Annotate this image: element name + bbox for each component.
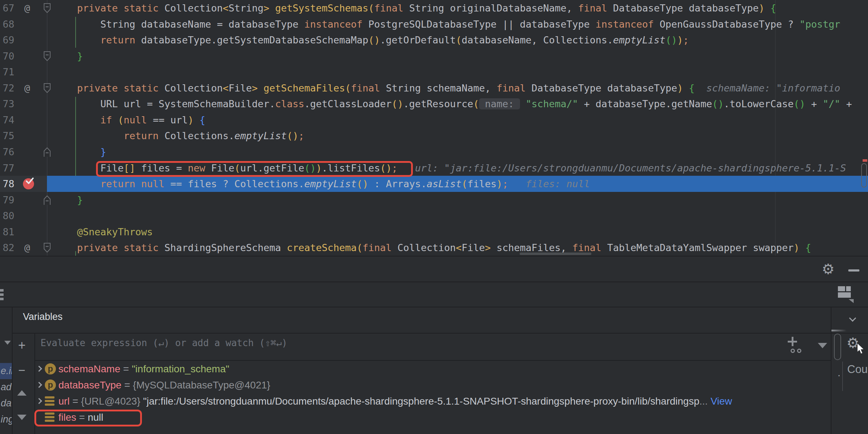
code-line[interactable]: 75 return Collections.emptyList(); [0,128,868,144]
fold-marker-icon[interactable] [42,51,52,63]
frames-pane-edge[interactable]: e.in ad dat ing [0,307,12,434]
line-number: 76 [0,144,14,160]
move-up-button[interactable] [17,390,27,396]
code-editor[interactable]: 67@ private static Collection<String> ge… [0,0,868,256]
scrollbar-track-hint [831,330,846,331]
frame-item[interactable]: e.in [1,363,12,379]
grip-icon[interactable] [0,289,4,292]
panel-border [12,307,13,434]
code-line[interactable]: 81 @SneakyThrows [0,224,868,240]
line-number: 77 [0,160,14,176]
fold-marker-icon[interactable] [42,242,52,255]
ide-debug-view: 67@ private static Collection<String> ge… [0,0,868,434]
layout-dropdown-triangle[interactable] [849,299,854,303]
code-line[interactable]: 80 [0,208,868,224]
line-number: 81 [0,224,14,240]
line-number: 72 [0,80,14,96]
vertical-scrollbar-thumb[interactable] [834,334,841,360]
line-number: 69 [0,32,14,48]
variables-tab-title[interactable]: Variables [23,311,63,322]
code-line[interactable]: 79 } [0,192,868,208]
parameter-icon: p [45,379,56,391]
layout-icon[interactable] [838,286,851,298]
grip-icon[interactable] [0,298,4,300]
code-line[interactable]: 71 [0,64,868,80]
chevron-down-icon[interactable] [4,341,11,345]
line-number: 80 [0,208,14,224]
variable-name: schemaName [58,363,120,374]
editor-horizontal-scrollbar[interactable] [520,253,591,255]
code-line[interactable]: 68 String databaseName = databaseType in… [0,16,868,32]
code-line[interactable]: 69 return databaseType.getSystemDatabase… [0,32,868,48]
line-number: 73 [0,96,14,112]
code-line[interactable]: 82@ private static ShardingSphereSchema … [0,240,868,256]
mouse-cursor [857,343,866,357]
line-number: 67 [0,0,14,16]
editor-vertical-scrollbar[interactable] [861,163,867,188]
view-link[interactable]: View [708,396,732,407]
code-line[interactable]: 70 } [0,48,868,64]
code-line[interactable]: 72@ private static Collection<File> getS… [0,80,868,96]
separator [0,282,868,282]
minimize-icon[interactable] [848,269,859,272]
code-text: } [54,48,83,64]
frame-item[interactable]: ad [1,379,12,395]
variable-name: databaseType [58,379,121,391]
line-number: 71 [0,64,14,80]
code-line[interactable]: 74 if (null == url) { [0,112,868,128]
add-to-watches-icon[interactable] [788,336,806,355]
breakpoint-icon[interactable] [23,178,34,189]
add-watch-button[interactable]: + [16,338,27,353]
fold-marker-icon[interactable] [42,147,52,159]
code-text: return null == files ? Collections.empty… [54,176,590,192]
code-text: private static Collection<String> getSys… [54,0,776,16]
expand-chevron-icon[interactable] [36,398,42,404]
code-text: File[] files = new File(url.getFile()).l… [54,160,846,176]
clipped-text: Cou [847,363,868,376]
variable-row-files[interactable]: files = null [35,409,831,425]
code-text: private static Collection<File> getSchem… [54,80,840,96]
variable-name: url [58,396,70,407]
code-line[interactable]: 78 return null == files ? Collections.em… [0,176,868,192]
gear-icon[interactable]: ⚙ [822,262,835,276]
code-text: @SneakyThrows [54,224,153,240]
expand-chevron-icon[interactable] [36,382,42,388]
variable-text: files = null [58,409,103,425]
fold-marker-icon[interactable] [42,83,52,95]
evaluate-expression-input[interactable]: Evaluate expression (↵) or add a watch (… [40,338,287,348]
frame-item[interactable]: dat [1,395,12,411]
expand-chevron-icon[interactable] [36,366,42,372]
variable-icon [45,412,54,423]
grip-icon[interactable] [0,293,4,296]
collapse-chevron-icon[interactable] [850,316,856,321]
code-text: URL url = SystemSchemaBuilder.class.getC… [54,96,852,112]
code-text: return databaseType.getSystemDatabaseSch… [54,32,689,48]
line-number: 75 [0,128,14,144]
code-line[interactable]: 73 URL url = SystemSchemaBuilder.class.g… [0,96,868,112]
code-line[interactable]: 77 File[] files = new File(url.getFile()… [0,160,868,176]
code-line[interactable]: 76 } [0,144,868,160]
variable-row-schemaName[interactable]: pschemaName = "information_schema" [35,361,831,377]
code-line[interactable]: 67@ private static Collection<String> ge… [0,0,868,16]
fold-marker-icon[interactable] [42,3,52,15]
code-text: } [54,144,106,160]
line-number: 74 [0,112,14,128]
frame-item[interactable]: ing [1,411,12,428]
inline-debug-hint: files: null [526,178,590,189]
variable-row-databaseType[interactable]: pdatabaseType = {MySQLDatabaseType@4021} [35,377,831,393]
clipped-text: . [838,367,840,379]
evaluate-dropdown-icon[interactable] [818,343,827,348]
line-number: 78 [0,176,14,192]
code-text: if (null == url) { [54,112,205,128]
fold-marker-icon[interactable] [42,195,52,207]
line-number: 82 [0,240,14,256]
annotation-at-mark: @ [22,0,33,16]
variable-row-url[interactable]: url = {URL@4023} "jar:file:/Users/strong… [35,393,831,409]
variable-text: url = {URL@4023} "jar:file:/Users/strong… [58,393,732,409]
code-text: private static ShardingSphereSchema crea… [54,240,811,256]
error-stripe-mark [863,159,867,162]
code-text: } [54,192,83,208]
move-down-button[interactable] [17,415,27,420]
pane-divider [842,362,843,391]
remove-watch-button[interactable]: − [16,363,27,377]
